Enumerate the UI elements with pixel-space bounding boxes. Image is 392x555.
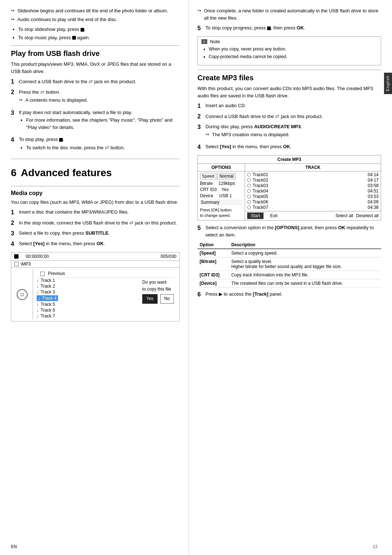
opt-speed-key: [Speed] [197,249,229,258]
exit-button[interactable]: Exit [266,212,281,219]
mc-time: 00:00/00:00 [26,254,49,259]
opt-device-key: [Device] [197,279,229,288]
track07-radio [247,206,251,209]
track05-label: Track05 [253,194,268,199]
deselect-all-button[interactable]: Deselect all [356,213,379,218]
track04-label: Track04 [253,189,268,194]
cr-step-num-2: 2 [197,112,205,121]
step4-dot-item: To switch to the disc mode, press the ⇄ … [26,144,180,151]
track02-radio [247,178,251,182]
mc-step-num-4: 4 [11,240,19,248]
section-usb-title: Play from USB flash drive [11,49,180,58]
cr-step-num-5: 5 [197,224,205,238]
mc-step-content-1: Insert a disc that contains the MP3/WMA/… [19,208,180,217]
mc-track-list: ♩Track 1 ♩Track 2 ♩Track 3 ♩Track 4 ♩Tra… [37,278,139,319]
cr-step-1: 1 Insert an audio CD. [197,102,381,110]
prev-label: Previous [48,271,65,276]
cr-ok-label: OK [283,144,290,149]
crtid3-row: CRT ID3 Yes [200,187,242,192]
step-3: 3 If play does not start automatically, … [11,109,180,134]
chapter-title: Advanced features [21,167,112,179]
track-item-4: ♩Track 4 [37,295,139,301]
section-usb-intro: This product plays/views MP3, WMA, DivX … [11,61,180,75]
mc-step-1: 1 Insert a disc that contains the MP3/WM… [11,208,180,217]
chapter-number: 6 [11,167,17,179]
usb-icon-4: ⇄ [129,220,134,226]
mc-step-4: 4 Select [Yes] in the menu, then press O… [11,240,180,248]
usb-icon-r: ⇄ [275,113,279,119]
track01-item: Track01 04:14 [247,172,379,177]
right-arrow-item-1: Once complete, a new folder is created a… [197,7,381,21]
mc-step-num-3: 3 [11,229,19,238]
stop-square-icon [14,254,19,259]
opt-speed-desc: Select a copying speed. [229,249,381,258]
track04-radio [247,189,251,193]
prev-checkbox [40,272,45,276]
track06-radio [247,200,251,204]
music-icon-5: ♩ [37,302,38,307]
start-button[interactable]: Start [247,212,264,219]
mc-disc-icon [11,269,33,320]
mc-step-num-1: 1 [11,208,19,217]
cr-yes-bracket: [Yes] [220,144,231,149]
options-table: Option Description [Speed] Select a copy… [197,241,381,288]
cr-step-content-3: During disc play, press AUDIO/CREATE MP3… [205,123,381,141]
track03-label: Track03 [253,183,268,188]
mc-track-area: Previous ♩Track 1 ♩Track 2 ♩Track 3 ♩Tra… [33,269,179,320]
step4-dot: To switch to the disc mode, press the ⇄ … [26,144,180,151]
mc-yes-button[interactable]: Yes [142,294,158,303]
intro-dot-list: To stop slideshow play, press . To stop … [18,26,180,41]
divider-r1 [197,70,381,70]
right-column: Once complete, a new folder is created a… [189,0,392,555]
folder-checkbox [14,262,19,266]
track02-label: Track02 [253,178,268,183]
music-icon-6: ♩ [37,308,38,313]
track-item-6: ♩Track 6 [37,307,139,313]
track-item-3: ♩Track 3 [37,289,139,295]
table-title: Create MP3 [198,155,381,164]
step-2: 2 Press the ⇄ button. A contents menu is… [11,88,180,107]
media-copy-intro: You can copy files (such as MP3, WMA or … [11,199,180,206]
select-all-button[interactable]: Select all [335,213,353,218]
step-content-1: Connect a USB flash drive to the ⇄ jack … [19,78,180,86]
stop-icon-2 [72,36,76,40]
mc-header: 00:00/00:00 005/030 [11,252,179,261]
track01-time: 04:14 [368,172,379,177]
track01-label: Track01 [253,172,268,177]
mc-tracks-and-side: ♩Track 1 ♩Track 2 ♩Track 3 ♩Track 4 ♩Tra… [37,278,176,319]
col-description: Description [229,241,381,249]
track02-item: Track02 04:17 [247,178,379,183]
mc-no-button[interactable]: No [160,294,174,303]
divider-1 [11,45,180,46]
step-num-3: 3 [11,109,19,134]
mc-yes-no: Yes No [142,294,176,303]
audio-create-label: AUDIO/CREATE MP3 [254,124,301,129]
ok-label-r: OK [297,25,304,31]
track07-item: Track07 04:38 [247,205,379,210]
arrow-item-1: Slideshow begins and continues till the … [11,7,180,15]
note-icon: ≡ [201,39,207,44]
track01-row: Track01 04:14 Track02 04:17 Track03 03:5… [245,171,381,211]
track-item-1: ♩Track 1 [37,278,139,283]
mc-folder-name: \MP3 [21,262,31,267]
intro-arrow-list: Slideshow begins and continues till the … [11,7,180,23]
page-en-label: EN [11,544,17,549]
track03-radio [247,184,251,187]
step-4: 4 To stop play, press . To switch to the… [11,136,180,154]
track06-item: Track06 04:09 [247,199,379,204]
track05-radio [247,195,251,198]
cr-step-content-2: Connect a USB flash drive to the ⇄ jack … [205,113,381,121]
create-mp3-title: Create MP3 files [197,74,381,82]
note-list: When you copy, never press any button. C… [209,46,377,60]
note-header: ≡ Note [201,39,377,44]
step-num-4: 4 [11,135,19,154]
step-content-4: To stop play, press . To switch to the d… [19,136,180,154]
step-content-3: If play does not start automatically, se… [19,109,180,134]
opt-row-crtid3: [CRT ID3] Copy track information into th… [197,271,381,279]
r-step-5: 5 To stop copy progress, press , then pr… [197,24,381,33]
track-bracket: [Track] [253,291,269,297]
cr-step-6: 6 Press ▶ to access the [Track] panel. [197,291,381,299]
track04-time: 04:51 [368,189,379,194]
subtitle-label: SUBTITLE [85,230,109,236]
step-num-1: 1 [11,77,19,86]
